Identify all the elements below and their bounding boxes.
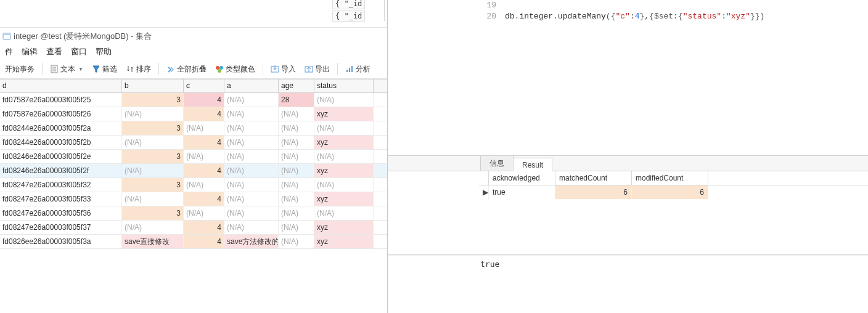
table-row[interactable]: fd08246e26a00003f005f2f(N/A)4(N/A)(N/A)x…	[0, 164, 387, 178]
table-row[interactable]: fd07587e26a00003f005f2534(N/A)28(N/A)	[0, 93, 387, 107]
sort-button[interactable]: 排序	[123, 63, 154, 76]
export-button[interactable]: 导出	[302, 63, 332, 76]
export-icon	[305, 65, 313, 73]
col-header-c[interactable]: c	[184, 79, 224, 92]
menu-view[interactable]: 查看	[46, 46, 62, 57]
cell-status: xyz	[314, 192, 374, 206]
col-header-status[interactable]: status	[314, 79, 374, 92]
cell-age: (N/A)	[279, 206, 314, 220]
label: 文本	[60, 64, 75, 75]
cell-b: (N/A)	[122, 136, 184, 149]
col-header-matchedcount[interactable]: matchedCount	[555, 171, 632, 185]
begin-transaction-button[interactable]: 开始事务	[2, 63, 37, 76]
palette-icon	[215, 65, 224, 73]
cell-c: 4	[184, 136, 224, 149]
code-fragment: { "_id { "_id	[332, 0, 365, 23]
cell-id: fd08246e26a00003f005f2f	[0, 164, 122, 177]
cell-status: xyz	[314, 235, 374, 248]
label: 排序	[136, 64, 151, 75]
cell-c: (N/A)	[184, 121, 224, 135]
cell-id: fd08247e26a00003f005f36	[0, 206, 122, 220]
cell-c: 4	[184, 93, 224, 107]
label: 类型颜色	[226, 64, 255, 75]
cell-b: 3	[122, 150, 184, 163]
query-panel: { "_id { "_id 1920 db.integer.updateMany…	[388, 0, 868, 313]
import-button[interactable]: 导入	[268, 63, 298, 76]
menu-help[interactable]: 帮助	[96, 46, 112, 57]
separator	[263, 63, 263, 75]
cell-b: 3	[122, 93, 184, 107]
cell-b: 3	[122, 178, 184, 192]
cell-c: 4	[184, 221, 224, 234]
cell-c: (N/A)	[184, 150, 224, 163]
line-number: 19	[479, 0, 496, 11]
cell-b: (N/A)	[122, 107, 184, 121]
cell-age: (N/A)	[279, 178, 314, 192]
cell-id: fd08247e26a00003f005f32	[0, 178, 122, 192]
cell-b: 3	[122, 121, 184, 135]
code-editor[interactable]: { "_id { "_id 1920 db.integer.updateMany…	[388, 0, 868, 156]
tab-info[interactable]: 信息	[480, 155, 514, 171]
analyze-button[interactable]: 分析	[343, 63, 373, 76]
collapse-icon	[166, 65, 175, 73]
col-header-b[interactable]: b	[122, 79, 184, 92]
col-header-modifiedcount[interactable]: modifiedCount	[632, 171, 708, 185]
table-row[interactable]: fd08244e26a00003f005f2b(N/A)4(N/A)(N/A)x…	[0, 136, 387, 150]
col-header-a[interactable]: a	[224, 79, 279, 92]
result-tabbar: 信息 Result	[388, 156, 868, 171]
table-row[interactable]: fd08244e26a00003f005f2a3(N/A)(N/A)(N/A)(…	[0, 121, 387, 136]
row-pointer-icon: ▶	[479, 185, 489, 199]
line-gutter: 1920	[479, 0, 500, 22]
cell-status: xyz	[314, 164, 374, 177]
cell-c: (N/A)	[184, 206, 224, 220]
table-row[interactable]: fd08247e26a00003f005f37(N/A)4(N/A)(N/A)x…	[0, 221, 387, 235]
svg-rect-1	[3, 33, 10, 35]
cell-age: (N/A)	[279, 121, 314, 135]
label: 全部折叠	[177, 64, 207, 75]
toolbar: 开始事务 文本 ▼ 筛选 排序	[0, 60, 387, 79]
menu-file[interactable]: 件	[5, 46, 13, 57]
cell-b: (N/A)	[122, 192, 184, 206]
menu-edit[interactable]: 编辑	[22, 46, 38, 57]
table-row[interactable]: fd08247e26a00003f005f33(N/A)4(N/A)(N/A)x…	[0, 192, 387, 206]
cell-id: fd07587e26a00003f005f26	[0, 107, 122, 121]
sort-icon	[126, 65, 134, 73]
table-row[interactable]: fd0826ee26a00003f005f3asave直接修改4save方法修改…	[0, 235, 387, 249]
cell-a: (N/A)	[224, 178, 279, 192]
col-header-id[interactable]: d	[0, 79, 122, 92]
cell-id: fd0826ee26a00003f005f3a	[0, 235, 122, 248]
cell-acknowledged: true	[489, 185, 555, 199]
cell-c: 4	[184, 164, 224, 177]
tab-result[interactable]: Result	[513, 158, 552, 171]
result-grid: acknowledged matchedCount modifiedCount …	[388, 171, 868, 255]
col-header-age[interactable]: age	[279, 79, 314, 92]
text-mode-button[interactable]: 文本 ▼	[47, 63, 86, 76]
grid-header-row: d b c a age status	[0, 79, 387, 93]
label: 开始事务	[5, 64, 35, 75]
table-row[interactable]: fd07587e26a00003f005f26(N/A)4(N/A)(N/A)x…	[0, 107, 387, 121]
filter-button[interactable]: 筛选	[89, 63, 120, 76]
col-header-acknowledged[interactable]: acknowledged	[489, 171, 555, 185]
result-row[interactable]: ▶ true 6 6	[479, 185, 868, 199]
collection-grid: d b c a age status fd07587e26a00003f005f…	[0, 79, 387, 249]
cell-age: 28	[279, 93, 314, 107]
cell-status: (N/A)	[314, 150, 374, 163]
type-color-button[interactable]: 类型颜色	[213, 63, 258, 76]
menu-window[interactable]: 窗口	[71, 46, 87, 57]
collapse-all-button[interactable]: 全部折叠	[164, 63, 209, 76]
svg-point-8	[218, 69, 221, 73]
table-row[interactable]: fd08247e26a00003f005f363(N/A)(N/A)(N/A)(…	[0, 206, 387, 221]
cell-age: (N/A)	[279, 107, 314, 121]
cell-status: (N/A)	[314, 121, 374, 135]
cell-b: (N/A)	[122, 221, 184, 234]
table-row[interactable]: fd08247e26a00003f005f323(N/A)(N/A)(N/A)(…	[0, 178, 387, 192]
cell-status: xyz	[314, 107, 374, 121]
table-row[interactable]: fd08246e26a00003f005f2e3(N/A)(N/A)(N/A)(…	[0, 150, 387, 164]
cell-age: (N/A)	[279, 192, 314, 206]
cell-status: xyz	[314, 221, 374, 234]
row-marker-header	[479, 171, 489, 185]
svg-rect-11	[346, 70, 348, 72]
import-icon	[271, 65, 279, 73]
cell-id: fd08244e26a00003f005f2b	[0, 136, 122, 149]
cell-id: fd08244e26a00003f005f2a	[0, 121, 122, 135]
